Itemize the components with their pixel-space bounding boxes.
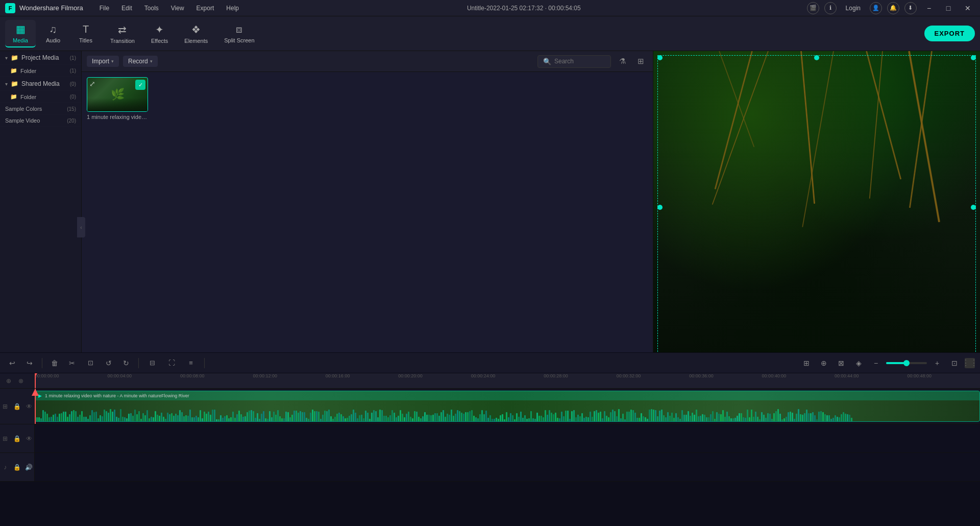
toolbar-effects[interactable]: ✦ Effects (144, 20, 175, 47)
media-item-label: 1 minute relaxing video ... (87, 114, 148, 120)
waveform-bar (483, 414, 485, 421)
project-media-header[interactable]: ▾ 📁 Project Media (1) (0, 51, 81, 65)
waveform-bar (287, 412, 289, 421)
fullscreen-button[interactable]: ⛶ (163, 356, 180, 370)
toolbar-media[interactable]: ▦ Media (5, 20, 36, 47)
waveform-bar (310, 413, 311, 421)
waveform-bar (579, 416, 581, 422)
video-clip-1[interactable]: ▶ 1 minute relaxing video with nature - … (35, 391, 980, 422)
waveform-bar (281, 418, 283, 421)
waveform-bar (434, 413, 436, 421)
add-media-track-button[interactable]: ⊞ (799, 356, 814, 370)
subtitle-button[interactable]: ⊟ (144, 356, 160, 370)
delete-button[interactable]: 🗑 (47, 356, 62, 370)
info-icon[interactable]: ℹ (824, 2, 837, 14)
menu-tools[interactable]: Tools (142, 4, 161, 13)
search-box[interactable]: 🔍 (537, 55, 611, 68)
waveform-bar (57, 417, 58, 421)
toolbar-split-screen[interactable]: ⧈ Split Screen (217, 20, 261, 46)
cut-button[interactable]: ✂ (65, 356, 79, 370)
levels-button[interactable]: ≡ (183, 356, 199, 370)
notification-icon[interactable]: 🔔 (887, 2, 899, 14)
video1-eye-icon[interactable]: 👁 (24, 401, 34, 412)
waveform-bar (51, 417, 52, 421)
corner-handle-mid-left[interactable] (657, 205, 663, 210)
import-button[interactable]: Import ▾ (87, 56, 119, 67)
timeline-ruler[interactable]: 00:00:00:0000:00:04:0000:00:08:0000:00:1… (35, 373, 980, 389)
video2-add-icon[interactable]: ⊞ (0, 433, 10, 444)
menu-view[interactable]: View (169, 4, 186, 13)
menu-file[interactable]: File (97, 4, 111, 13)
sample-video-label: Sample Video (5, 117, 40, 124)
waveform-bar (665, 417, 667, 421)
snap-button[interactable]: ⊠ (834, 356, 848, 370)
redo-button[interactable]: ↪ (22, 356, 37, 370)
undo-button[interactable]: ↩ (5, 356, 19, 370)
search-input[interactable] (554, 58, 605, 65)
fit-timeline-button[interactable]: ⊡ (947, 356, 962, 370)
magnet-button[interactable]: ⊕ (817, 356, 831, 370)
waveform-bar (275, 415, 277, 421)
waveform-bar (810, 413, 812, 421)
account-icon[interactable]: 👤 (870, 2, 882, 14)
toolbar-transition[interactable]: ⇄ Transition (103, 20, 142, 47)
audio-waveform-button[interactable]: ◈ (851, 356, 866, 370)
zoom-plus-tl[interactable]: + (930, 356, 944, 370)
link-toggle[interactable]: ⊗ (15, 375, 27, 387)
video2-lock-icon[interactable]: 🔒 (12, 433, 22, 444)
zoom-minus-tl[interactable]: − (869, 356, 883, 370)
menu-help[interactable]: Help (224, 4, 241, 13)
corner-handle-top-mid[interactable] (814, 55, 819, 60)
audio1-speaker-icon[interactable]: 🔊 (24, 462, 34, 473)
filter-button[interactable]: ⚗ (615, 54, 629, 68)
waveform-bar (163, 417, 164, 421)
waveform-bar (649, 410, 650, 421)
video2-eye-icon[interactable]: 👁 (24, 433, 34, 444)
waveform-bar (547, 415, 548, 421)
media-thumbnail[interactable]: ⤢ ✓ (87, 77, 148, 112)
media-icon: ▦ (16, 23, 26, 35)
waveform-bar (481, 410, 483, 421)
filmora-circle-icon[interactable]: 🎬 (807, 2, 819, 14)
corner-handle-top-left[interactable] (657, 55, 663, 60)
waveform-bar (720, 414, 722, 421)
sidebar-collapse-handle[interactable]: ‹ (77, 217, 85, 237)
rotate-right-button[interactable]: ↻ (119, 356, 133, 370)
waveform-bar (549, 410, 550, 421)
menu-export[interactable]: Export (194, 4, 216, 13)
video-track-2-content (35, 424, 980, 452)
ruler-tick: 00:00:08:00 (180, 373, 205, 378)
download-icon[interactable]: ⬇ (904, 2, 917, 14)
sample-colors-item[interactable]: Sample Colors (15) (0, 103, 81, 115)
crop-button[interactable]: ⊡ (82, 356, 99, 370)
login-button[interactable]: Login (842, 4, 865, 13)
waveform-bar (802, 415, 803, 421)
audio1-lock-icon[interactable]: 🔒 (12, 462, 22, 473)
waveform-bar (816, 419, 818, 421)
media-item[interactable]: ⤢ ✓ 1 minute relaxing video ... (87, 77, 148, 120)
rotate-left-button[interactable]: ↺ (102, 356, 116, 370)
toolbar-audio[interactable]: ♫ Audio (38, 20, 68, 46)
snap-toggle[interactable]: ⊕ (3, 375, 14, 387)
corner-handle-mid-right[interactable] (971, 205, 976, 210)
export-button[interactable]: EXPORT (924, 26, 975, 41)
project-media-folder[interactable]: 📁 Folder (1) (0, 65, 81, 77)
corner-handle-top-right[interactable] (971, 55, 976, 60)
toolbar-titles[interactable]: T Titles (70, 20, 101, 46)
minimize-button[interactable]: − (922, 3, 936, 13)
menu-edit[interactable]: Edit (119, 4, 134, 13)
track-label-video2: ⊞ 🔒 👁 (0, 424, 35, 452)
grid-view-button[interactable]: ⊞ (633, 54, 648, 68)
record-button[interactable]: Record ▾ (123, 56, 158, 67)
shared-media-folder[interactable]: 📁 Folder (0) (0, 91, 81, 103)
waveform-bar (73, 410, 75, 421)
waveform-bar (232, 412, 234, 421)
maximize-button[interactable]: □ (941, 3, 955, 13)
sample-video-item[interactable]: Sample Video (20) (0, 115, 81, 127)
close-button[interactable]: ✕ (961, 3, 975, 13)
video1-add-icon[interactable]: ⊞ (0, 401, 10, 412)
shared-media-header[interactable]: ▾ 📁 Shared Media (0) (0, 77, 81, 91)
video1-lock-icon[interactable]: 🔒 (12, 401, 22, 412)
waveform-bar (628, 412, 630, 421)
toolbar-elements[interactable]: ❖ Elements (177, 20, 215, 47)
